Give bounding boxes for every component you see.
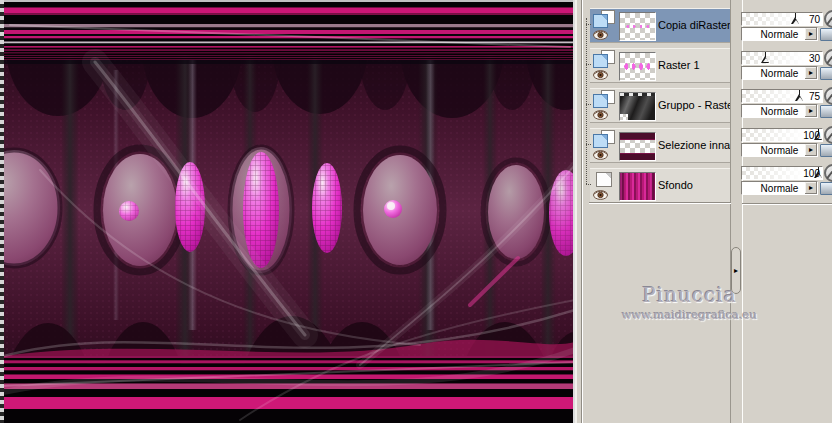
blend-mode-dropdown[interactable]: Normale ▸ (741, 181, 818, 195)
brush-edit-icon[interactable] (824, 10, 832, 28)
dropdown-arrow-icon[interactable]: ▸ (804, 28, 817, 40)
opacity-slider[interactable]: 100 (741, 166, 823, 180)
brush-edit-icon[interactable] (824, 164, 832, 182)
blend-mode-dropdown[interactable]: Normale ▸ (741, 143, 818, 157)
splitter-handle[interactable]: ▸ (731, 247, 741, 294)
opacity-value: 70 (809, 14, 820, 25)
layer-name: Gruppo - Raster 1 (658, 99, 731, 111)
dropdown-arrow-icon[interactable]: ▸ (804, 67, 817, 79)
blend-mode-dropdown[interactable]: Normale ▸ (741, 66, 818, 80)
layer-control-block: 100 Normale ▸ (741, 128, 832, 165)
layer-group-bracket-stub (586, 104, 591, 106)
opacity-slider[interactable]: 100 (741, 128, 823, 142)
opacity-value: 100 (803, 130, 820, 141)
layer-group-bracket-stub (586, 64, 591, 66)
layer-row[interactable]: Raster 1 (590, 48, 731, 83)
image-canvas[interactable] (0, 0, 575, 423)
layer-row[interactable]: Selezione innalzata (590, 128, 731, 163)
visibility-eye-icon[interactable] (593, 70, 608, 80)
layer-type-icon (593, 130, 615, 148)
layer-thumbnail (619, 52, 656, 81)
visibility-eye-icon[interactable] (593, 150, 608, 160)
opacity-value: 75 (809, 91, 820, 102)
dropdown-arrow-icon[interactable]: ▸ (804, 144, 817, 156)
lock-transparency-icon[interactable] (820, 182, 832, 195)
brush-edit-icon[interactable] (824, 49, 832, 67)
visibility-eye-icon[interactable] (593, 190, 608, 200)
layer-thumbnail (619, 132, 656, 161)
selection-ants-strip (0, 0, 4, 423)
dropdown-arrow-icon[interactable]: ▸ (804, 105, 817, 117)
layer-thumbnail (619, 12, 656, 41)
panel-left-groove (581, 0, 582, 423)
opacity-slider[interactable]: 75 (741, 89, 823, 103)
visibility-eye-icon[interactable] (593, 30, 608, 40)
layer-name: Sfondo (658, 179, 693, 191)
layer-control-block: 75 Normale ▸ (741, 89, 832, 126)
controls-bottom-groove (742, 203, 832, 204)
watermark: Pinuccia www.maidiregrafica.eu (597, 283, 782, 322)
watermark-url: www.maidiregrafica.eu (597, 308, 782, 322)
layer-row[interactable]: Sfondo (590, 168, 731, 203)
layers-palette: Copia diRaster 1 Raster 1 (575, 0, 832, 423)
layer-row[interactable]: Copia diRaster 1 (590, 8, 731, 43)
layer-control-block: 100 Normale ▸ (741, 166, 832, 203)
lock-transparency-icon[interactable] (820, 28, 832, 41)
lock-transparency-icon[interactable] (820, 144, 832, 157)
brush-edit-icon[interactable] (824, 126, 832, 144)
panel-edge-highlight (575, 0, 577, 423)
layer-group-bracket (586, 18, 588, 184)
layer-control-block: 30 Normale ▸ (741, 51, 832, 88)
blend-mode-dropdown[interactable]: Normale ▸ (741, 104, 818, 118)
lock-transparency-icon[interactable] (820, 105, 832, 118)
brush-edit-icon[interactable] (824, 87, 832, 105)
visibility-eye-icon[interactable] (593, 110, 608, 120)
layer-control-block: 70 Normale ▸ (741, 12, 832, 49)
layer-type-icon (593, 10, 615, 28)
layer-name: Selezione innalzata (658, 139, 731, 151)
opacity-slider-handle[interactable] (761, 52, 770, 64)
opacity-slider-handle[interactable] (795, 90, 804, 102)
opacity-slider[interactable]: 70 (741, 12, 823, 26)
layer-row[interactable]: Gruppo - Raster 1 (590, 88, 731, 123)
layer-name: Copia diRaster 1 (658, 19, 731, 31)
layer-type-icon (593, 50, 615, 68)
blend-mode-value: Normale (761, 68, 799, 79)
layer-name: Raster 1 (658, 59, 700, 71)
list-bottom-groove (589, 202, 731, 203)
opacity-slider[interactable]: 30 (741, 51, 823, 65)
layer-thumbnail (619, 172, 656, 201)
blend-mode-value: Normale (761, 106, 799, 117)
opacity-value: 100 (803, 168, 820, 179)
canvas-artwork (0, 0, 575, 423)
layer-type-icon (593, 170, 615, 188)
blend-mode-value: Normale (761, 145, 799, 156)
blend-mode-dropdown[interactable]: Normale ▸ (741, 27, 818, 41)
layer-type-icon (593, 90, 615, 108)
opacity-value: 30 (809, 53, 820, 64)
layer-group-bracket-stub (586, 184, 591, 186)
blend-mode-value: Normale (761, 29, 799, 40)
blend-mode-value: Normale (761, 183, 799, 194)
splitter-arrow-icon: ▸ (734, 266, 738, 275)
layer-group-bracket-stub (586, 24, 591, 26)
layer-group-bracket-stub (586, 144, 591, 146)
watermark-title: Pinuccia (597, 283, 782, 307)
dropdown-arrow-icon[interactable]: ▸ (804, 182, 817, 194)
lock-transparency-icon[interactable] (820, 67, 832, 80)
opacity-slider-handle[interactable] (791, 13, 800, 25)
psp-workspace: Copia diRaster 1 Raster 1 (0, 0, 832, 423)
layer-thumbnail (619, 92, 656, 121)
